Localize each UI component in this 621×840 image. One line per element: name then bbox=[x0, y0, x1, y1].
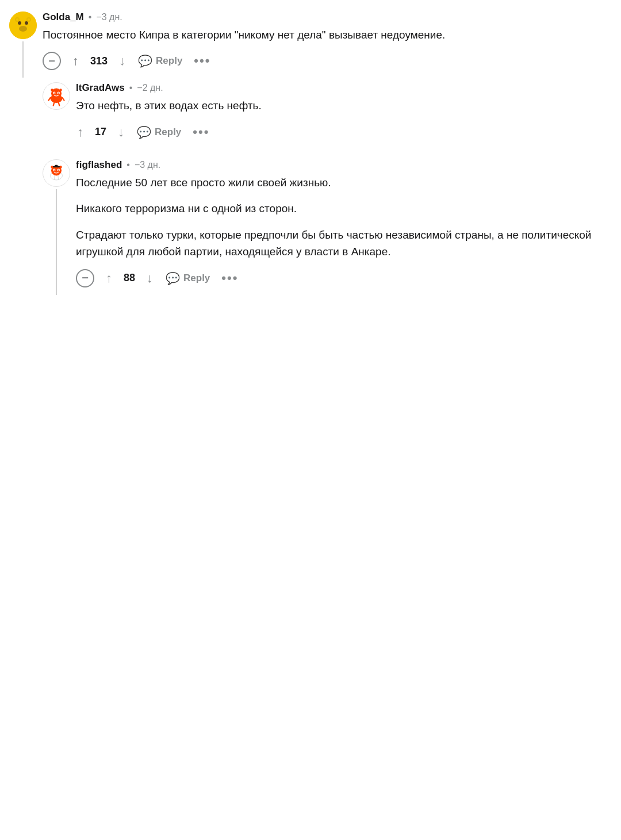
svg-point-1 bbox=[18, 21, 21, 25]
svg-line-20 bbox=[59, 103, 60, 106]
comment-header-golda: Golda_M • −3 дн. bbox=[43, 11, 612, 23]
downvote-button-itgrad[interactable] bbox=[117, 122, 125, 142]
upvote-icon-figflashed bbox=[106, 271, 112, 286]
svg-point-7 bbox=[28, 18, 30, 21]
reply-button-figflashed[interactable]: 💬 Reply bbox=[164, 269, 211, 287]
downvote-icon-figflashed bbox=[147, 271, 153, 286]
comment-figflashed: figflashed • −3 дн. Последние 50 лет все… bbox=[43, 159, 612, 295]
downvote-button-golda[interactable] bbox=[118, 51, 126, 71]
thread-line-figflashed bbox=[56, 189, 57, 295]
svg-point-13 bbox=[53, 93, 55, 94]
svg-point-3 bbox=[19, 26, 27, 32]
nested-replies-golda: ItGradAws • −2 дн. Это нефть, в этих вод… bbox=[43, 82, 612, 299]
reply-icon-golda: 💬 bbox=[138, 54, 152, 68]
svg-point-16 bbox=[59, 89, 62, 92]
action-bar-figflashed: − 88 💬 Reply ••• bbox=[76, 269, 612, 288]
comment-header-figflashed: figflashed • −3 дн. bbox=[76, 159, 612, 171]
timestamp-golda: −3 дн. bbox=[96, 12, 122, 22]
svg-point-15 bbox=[51, 89, 53, 92]
comment-header-itgrad: ItGradAws • −2 дн. bbox=[76, 82, 612, 94]
timestamp-figflashed: −3 дн. bbox=[135, 160, 160, 170]
reply-button-golda[interactable]: 💬 Reply bbox=[137, 52, 183, 70]
svg-point-2 bbox=[25, 21, 28, 25]
comment-left-golda bbox=[9, 11, 37, 78]
username-figflashed[interactable]: figflashed bbox=[76, 159, 122, 171]
reply-button-itgrad[interactable]: 💬 Reply bbox=[136, 123, 182, 141]
golda-avatar-svg bbox=[9, 11, 37, 39]
upvote-button-itgrad[interactable] bbox=[76, 122, 85, 142]
reply-icon-figflashed: 💬 bbox=[166, 271, 180, 285]
svg-line-19 bbox=[53, 103, 55, 106]
figflashed-avatar-svg bbox=[46, 163, 67, 183]
reply-icon-itgrad: 💬 bbox=[137, 125, 151, 139]
comment-text-itgrad: Это нефть, в этих водах есть нефть. bbox=[76, 97, 612, 114]
comment-body-figflashed: figflashed • −3 дн. Последние 50 лет все… bbox=[76, 159, 612, 295]
comment-thread: Golda_M • −3 дн. Постоянное место Кипра … bbox=[9, 11, 612, 300]
upvote-icon-golda bbox=[72, 53, 79, 68]
svg-rect-33 bbox=[55, 165, 58, 167]
comment-left-itgrad bbox=[43, 82, 70, 148]
svg-point-14 bbox=[58, 93, 59, 94]
vote-count-itgrad: 17 bbox=[95, 126, 106, 138]
comment-body-itgrad: ItGradAws • −2 дн. Это нефть, в этих вод… bbox=[76, 82, 612, 148]
svg-point-6 bbox=[16, 18, 18, 21]
collapse-button-golda[interactable]: − bbox=[43, 52, 61, 70]
vote-count-golda: 313 bbox=[90, 55, 108, 67]
comment-body-golda: Golda_M • −3 дн. Постоянное место Кипра … bbox=[43, 11, 612, 78]
collapse-button-figflashed[interactable]: − bbox=[76, 269, 94, 287]
downvote-button-figflashed[interactable] bbox=[145, 269, 154, 288]
comment-text-figflashed: Последние 50 лет все просто жили своей ж… bbox=[76, 174, 612, 260]
comment-text-golda: Постоянное место Кипра в категории "нико… bbox=[43, 26, 612, 43]
thread-line-golda bbox=[22, 41, 24, 78]
svg-point-29 bbox=[58, 170, 59, 171]
timestamp-itgrad: −2 дн. bbox=[137, 83, 163, 93]
upvote-icon-itgrad bbox=[77, 125, 83, 140]
vote-count-figflashed: 88 bbox=[124, 272, 135, 284]
username-itgrad[interactable]: ItGradAws bbox=[76, 82, 125, 94]
avatar-golda bbox=[9, 11, 37, 39]
avatar-figflashed bbox=[43, 159, 70, 187]
action-bar-golda: − 313 💬 Reply ••• bbox=[43, 51, 612, 71]
action-bar-itgrad: 17 💬 Reply ••• bbox=[76, 122, 612, 142]
svg-point-0 bbox=[9, 11, 37, 39]
username-golda[interactable]: Golda_M bbox=[43, 11, 84, 23]
comment-itgrad: ItGradAws • −2 дн. Это нефть, в этих вод… bbox=[43, 82, 612, 148]
upvote-button-figflashed[interactable] bbox=[105, 269, 113, 288]
downvote-icon-itgrad bbox=[118, 125, 124, 140]
svg-point-28 bbox=[53, 170, 55, 171]
more-button-itgrad[interactable]: ••• bbox=[193, 125, 209, 140]
itgrad-avatar-svg bbox=[46, 86, 67, 106]
more-button-golda[interactable]: ••• bbox=[194, 53, 210, 68]
downvote-icon-golda bbox=[119, 53, 125, 68]
comment-left-figflashed bbox=[43, 159, 70, 295]
comment-golda: Golda_M • −3 дн. Постоянное место Кипра … bbox=[9, 11, 612, 78]
avatar-itgrad bbox=[43, 82, 70, 110]
upvote-button-golda[interactable] bbox=[71, 51, 80, 71]
more-button-figflashed[interactable]: ••• bbox=[221, 271, 238, 286]
